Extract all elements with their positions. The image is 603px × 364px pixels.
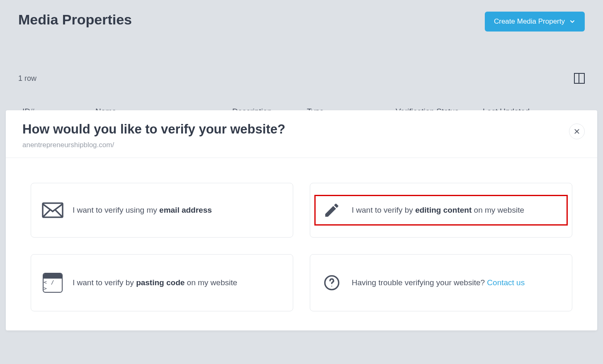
modal-subtitle: anentrepreneurshipblog.com/	[22, 141, 581, 149]
code-window-icon: < / >	[41, 273, 64, 293]
modal-title: How would you like to verify your websit…	[22, 122, 581, 137]
modal-close-button[interactable]	[569, 124, 585, 139]
create-button-label: Create Media Property	[494, 17, 565, 26]
svg-line-4	[55, 210, 63, 217]
pencil-icon	[320, 201, 343, 219]
create-media-property-button[interactable]: Create Media Property	[485, 12, 585, 32]
verify-code-text: I want to verify by pasting code on my w…	[73, 278, 237, 287]
verify-option-edit-content[interactable]: I want to verify by editing content on m…	[310, 183, 572, 238]
question-circle-icon	[320, 274, 343, 291]
verify-option-paste-code[interactable]: < / > I want to verify by pasting code o…	[31, 254, 293, 311]
contact-us-link[interactable]: Contact us	[487, 278, 525, 287]
envelope-icon	[41, 202, 64, 218]
svg-line-3	[43, 210, 50, 217]
columns-toggle-icon[interactable]	[574, 73, 585, 84]
close-icon	[574, 128, 580, 135]
row-count-label: 1 row	[18, 74, 36, 83]
page-title: Media Properties	[18, 12, 132, 28]
verify-option-email[interactable]: I want to verify using my email address	[31, 183, 293, 238]
verify-help-text: Having trouble verifying your website? C…	[352, 278, 525, 287]
verify-email-text: I want to verify using my email address	[73, 206, 212, 215]
chevron-down-icon	[569, 18, 576, 25]
svg-point-6	[331, 286, 332, 286]
verify-website-modal: How would you like to verify your websit…	[6, 110, 597, 330]
verify-edit-text: I want to verify by editing content on m…	[352, 206, 524, 215]
verify-option-help[interactable]: Having trouble verifying your website? C…	[310, 254, 572, 311]
